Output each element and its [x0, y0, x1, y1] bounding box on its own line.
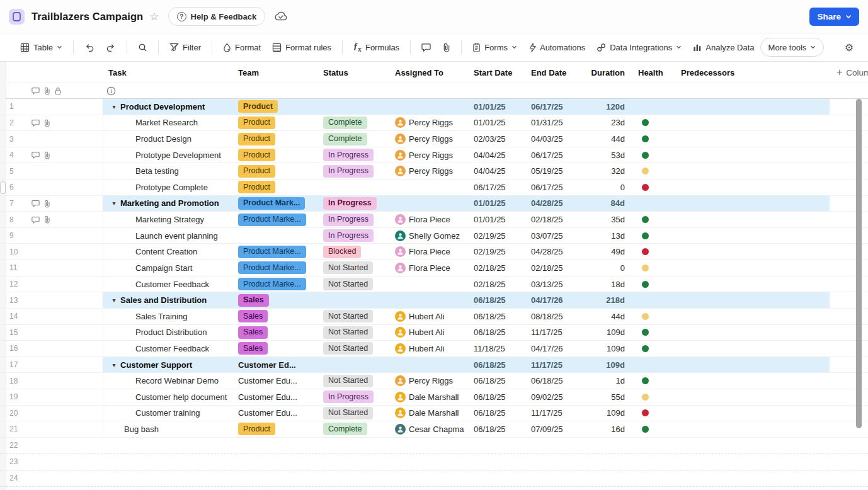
table-row[interactable]: 13 ▾ Sales and Distribution Sales 06/18/…: [0, 292, 868, 309]
cell-health[interactable]: [633, 228, 675, 244]
cell-predecessors[interactable]: [676, 163, 821, 179]
cell-predecessors[interactable]: [676, 115, 821, 131]
format-button[interactable]: Format: [217, 38, 266, 57]
cell-predecessors[interactable]: [676, 276, 821, 292]
cell-team[interactable]: Product Mark...: [233, 196, 317, 212]
cell-team[interactable]: Product Marke...: [233, 212, 317, 227]
table-row[interactable]: 9 ▾ Launch event planning In Progress Sh…: [0, 228, 868, 244]
cell-team[interactable]: Product Marke...: [233, 260, 317, 276]
cell-status[interactable]: [318, 292, 389, 308]
cell-team[interactable]: Product Marke...: [233, 276, 317, 292]
cell-duration[interactable]: 44d: [586, 309, 625, 324]
table-row[interactable]: 18 ▾ Record Webinar Demo Customer Edu...…: [0, 373, 868, 389]
column-header-predecessors[interactable]: Predecessors: [681, 62, 734, 83]
collapse-toggle-icon[interactable]: ▾: [109, 297, 119, 304]
cell-assigned-to[interactable]: Flora Piece: [391, 244, 469, 259]
cell-status[interactable]: In Progress: [318, 196, 389, 212]
column-header-status[interactable]: Status: [323, 62, 348, 83]
comment-icon[interactable]: [30, 150, 40, 160]
cell-duration[interactable]: 218d: [586, 292, 625, 308]
cell-duration[interactable]: 1d: [586, 373, 625, 389]
cell-end-date[interactable]: 04/28/25: [527, 196, 585, 212]
cell-status[interactable]: Not Started: [318, 406, 389, 421]
cell-team[interactable]: Product: [233, 421, 317, 437]
cell-start-date[interactable]: 06/18/25: [469, 373, 525, 389]
cell-assigned-to[interactable]: Percy Riggs: [391, 131, 469, 147]
formulas-button[interactable]: ƒx Formulas: [348, 38, 405, 57]
cell-team[interactable]: Product Marke...: [233, 244, 317, 259]
cell-predecessors[interactable]: [676, 309, 821, 324]
cell-assigned-to[interactable]: Cesar Chapma: [391, 421, 469, 437]
table-row[interactable]: 24 ▾: [0, 470, 868, 487]
redo-button[interactable]: [100, 38, 122, 57]
comment-icon[interactable]: [30, 118, 40, 128]
cell-assigned-to[interactable]: [391, 292, 469, 308]
cell-start-date[interactable]: 02/18/25: [469, 276, 525, 292]
cell-start-date[interactable]: 01/01/25: [469, 99, 525, 115]
cell-task[interactable]: ▾ Market Research: [103, 115, 233, 131]
cell-duration[interactable]: 109d: [586, 357, 625, 373]
cell-health[interactable]: [633, 373, 675, 389]
cell-assigned-to[interactable]: Hubert Ali: [391, 325, 469, 341]
cell-end-date[interactable]: 02/18/25: [527, 260, 585, 276]
cell-task[interactable]: ▾ Product Distribution: [103, 325, 233, 341]
table-row[interactable]: 16 ▾ Customer Feedback Sales Not Started…: [0, 341, 868, 357]
column-header-end-date[interactable]: End Date: [531, 62, 566, 83]
cell-task[interactable]: ▾ Product Design: [103, 131, 233, 147]
cell-end-date[interactable]: 05/19/25: [527, 163, 585, 179]
table-row[interactable]: 22 ▾: [0, 438, 868, 454]
cell-task[interactable]: ▾ Campaign Start: [103, 260, 233, 276]
cell-start-date[interactable]: 06/18/25: [469, 357, 525, 373]
cell-predecessors[interactable]: [676, 406, 821, 421]
cell-assigned-to[interactable]: Percy Riggs: [391, 115, 469, 131]
cell-end-date[interactable]: 09/02/25: [527, 389, 585, 405]
cell-health[interactable]: [633, 99, 675, 115]
table-row[interactable]: 5 ▾ Beta testing Product In Progress Per…: [0, 163, 868, 179]
cell-duration[interactable]: 16d: [586, 421, 625, 437]
cell-assigned-to[interactable]: [391, 276, 469, 292]
table-row[interactable]: 3 ▾ Product Design Product Complete Perc…: [0, 131, 868, 147]
cell-predecessors[interactable]: [676, 196, 821, 212]
cell-predecessors[interactable]: [676, 147, 821, 163]
cell-team[interactable]: [233, 228, 317, 244]
cell-end-date[interactable]: 11/17/25: [527, 325, 585, 341]
cell-start-date[interactable]: 02/18/25: [469, 260, 525, 276]
collapse-toggle-icon[interactable]: ▾: [109, 362, 119, 368]
help-feedback-button[interactable]: ? Help & Feedback: [168, 7, 266, 26]
cell-predecessors[interactable]: [676, 131, 821, 147]
table-row[interactable]: 20 ▾ Customer training Customer Edu... N…: [0, 406, 868, 422]
cell-assigned-to[interactable]: [391, 196, 469, 212]
cell-team[interactable]: Customer Edu...: [233, 389, 317, 405]
cell-assigned-to[interactable]: Dale Marshall: [391, 406, 469, 421]
cell-predecessors[interactable]: [676, 244, 821, 259]
cell-end-date[interactable]: 02/18/25: [527, 212, 585, 227]
cell-health[interactable]: [633, 147, 675, 163]
column-header-health[interactable]: Health: [638, 62, 663, 83]
cell-team[interactable]: Customer Edu...: [233, 406, 317, 421]
info-icon[interactable]: [106, 86, 116, 96]
cell-predecessors[interactable]: [676, 212, 821, 227]
view-switcher-table[interactable]: Table: [14, 38, 68, 57]
column-header-duration[interactable]: Duration: [587, 62, 625, 83]
cell-status[interactable]: Not Started: [318, 341, 389, 356]
cell-start-date[interactable]: 06/18/25: [469, 309, 525, 324]
cell-predecessors[interactable]: [676, 228, 821, 244]
cell-start-date[interactable]: 06/18/25: [469, 421, 525, 437]
column-header-team[interactable]: Team: [238, 62, 259, 83]
comment-icon[interactable]: [30, 198, 40, 208]
table-row[interactable]: 14 ▾ Sales Training Sales Not Started Hu…: [0, 309, 868, 325]
data-integrations-button[interactable]: Data Integrations: [591, 38, 687, 57]
cell-start-date[interactable]: 06/18/25: [469, 325, 525, 341]
cell-health[interactable]: [633, 421, 675, 437]
cell-start-date[interactable]: 02/03/25: [469, 131, 525, 147]
paperclip-icon[interactable]: [42, 118, 52, 128]
paperclip-icon[interactable]: [42, 198, 52, 208]
cell-duration[interactable]: 13d: [586, 228, 625, 244]
cell-end-date[interactable]: 06/17/25: [527, 99, 585, 115]
cell-team[interactable]: Product: [233, 99, 317, 115]
cell-start-date[interactable]: 01/01/25: [469, 212, 525, 227]
table-row[interactable]: 15 ▾ Product Distribution Sales Not Star…: [0, 325, 868, 341]
cell-duration[interactable]: 44d: [586, 131, 625, 147]
format-rules-button[interactable]: Format rules: [266, 38, 337, 57]
cell-status[interactable]: Complete: [318, 131, 389, 147]
